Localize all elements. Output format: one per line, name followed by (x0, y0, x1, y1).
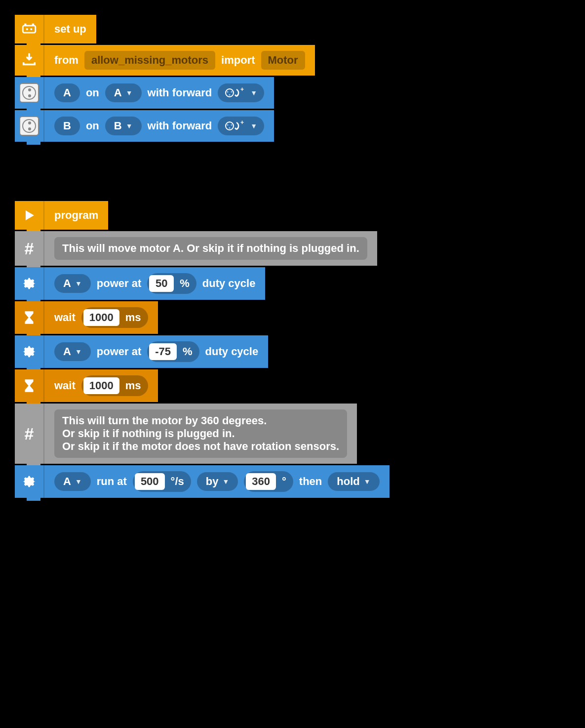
svg-point-11 (227, 124, 229, 126)
duty-label: duty cycle (202, 277, 256, 290)
svg-text:+: + (240, 86, 244, 93)
chevron-down-icon: ▼ (75, 478, 82, 485)
ms-input[interactable]: 1000ms (81, 375, 148, 396)
chevron-down-icon: ▼ (222, 478, 229, 485)
power-label: power at (97, 277, 141, 290)
hub-icon (15, 15, 44, 43)
svg-rect-3 (24, 24, 26, 26)
wait-block-2[interactable]: wait 1000ms (15, 369, 158, 402)
wait-label: wait (54, 311, 76, 324)
svg-point-5 (226, 89, 234, 97)
hourglass-icon (15, 369, 44, 402)
hash-icon: # (15, 231, 44, 266)
svg-point-13 (229, 127, 231, 129)
hash-icon: # (15, 404, 44, 464)
var-a-pill[interactable]: A (54, 83, 80, 102)
ms-input[interactable]: 1000ms (81, 307, 148, 328)
program-stack: program # This will move motor A. Or ski… (15, 201, 570, 498)
program-label: program (54, 209, 98, 222)
module-field[interactable]: allow_missing_motors (84, 51, 215, 70)
motor-icon (15, 110, 44, 142)
import-block[interactable]: from allow_missing_motors import Motor (15, 45, 315, 76)
percent-input[interactable]: 50% (147, 273, 196, 294)
setup-stack: set up from allow_missing_motors import … (15, 15, 570, 142)
direction-dropdown[interactable]: + ▼ (218, 83, 264, 102)
play-icon (15, 201, 44, 230)
chevron-down-icon: ▼ (250, 89, 257, 97)
svg-point-7 (231, 91, 233, 93)
chevron-down-icon: ▼ (75, 280, 82, 287)
motor-icon (15, 77, 44, 109)
percent-input[interactable]: -75% (147, 341, 199, 362)
chevron-down-icon: ▼ (250, 122, 257, 130)
svg-point-12 (231, 124, 233, 126)
withfwd-label: with forward (148, 120, 212, 132)
angle-input[interactable]: 360° (244, 471, 293, 492)
svg-rect-4 (32, 24, 34, 26)
power-block-2[interactable]: A▼ power at -75% duty cycle (15, 335, 268, 368)
speed-input[interactable]: 500°/s (133, 471, 191, 492)
duty-label: duty cycle (205, 345, 259, 358)
import-label: import (221, 54, 255, 67)
motor-a-setup-block[interactable]: A on A▼ with forward + ▼ (15, 77, 274, 109)
wait-label: wait (54, 379, 76, 392)
action-dropdown[interactable]: hold▼ (328, 472, 379, 491)
program-header-block[interactable]: program (15, 201, 108, 230)
mode-dropdown[interactable]: by▼ (197, 472, 238, 491)
power-block-1[interactable]: A▼ power at 50% duty cycle (15, 267, 265, 300)
runat-label: run at (97, 475, 127, 488)
motor-dropdown[interactable]: A▼ (54, 342, 91, 361)
motor-dropdown[interactable]: A▼ (54, 472, 91, 491)
comment-block-2[interactable]: # This will turn the motor by 360 degree… (15, 404, 357, 464)
svg-rect-0 (23, 26, 36, 33)
port-a-dropdown[interactable]: A▼ (105, 83, 142, 102)
svg-point-6 (227, 91, 229, 93)
setup-label: set up (54, 23, 86, 36)
gear-icon (15, 335, 44, 368)
svg-point-10 (226, 122, 234, 130)
chevron-down-icon: ▼ (75, 348, 82, 356)
power-label: power at (97, 345, 141, 358)
gear-icon (15, 465, 44, 498)
svg-point-8 (229, 94, 231, 96)
motor-dropdown[interactable]: A▼ (54, 274, 91, 293)
rotation-cw-icon: + (225, 120, 245, 132)
chevron-down-icon: ▼ (364, 478, 371, 485)
chevron-down-icon: ▼ (126, 122, 133, 130)
on-label: on (86, 120, 99, 132)
run-block[interactable]: A▼ run at 500°/s by▼ 360° then hold▼ (15, 465, 390, 498)
on-label: on (86, 86, 99, 99)
wait-block-1[interactable]: wait 1000ms (15, 301, 158, 334)
setup-header-block[interactable]: set up (15, 15, 96, 43)
then-label: then (299, 475, 322, 488)
comment-text[interactable]: This will turn the motor by 360 degrees.… (54, 409, 347, 458)
svg-point-1 (26, 28, 28, 30)
var-b-pill[interactable]: B (54, 117, 80, 135)
svg-text:+: + (240, 120, 244, 126)
from-label: from (54, 54, 78, 67)
gear-icon (15, 267, 44, 300)
withfwd-label: with forward (148, 86, 212, 99)
direction-dropdown[interactable]: + ▼ (218, 117, 264, 135)
hourglass-icon (15, 301, 44, 334)
rotation-cw-icon: + (225, 86, 245, 99)
motor-b-setup-block[interactable]: B on B▼ with forward + ▼ (15, 110, 274, 142)
import-icon (15, 45, 44, 76)
comment-text[interactable]: This will move motor A. Or skip it if no… (54, 237, 367, 260)
class-field[interactable]: Motor (261, 51, 305, 70)
chevron-down-icon: ▼ (126, 89, 133, 97)
comment-block-1[interactable]: # This will move motor A. Or skip it if … (15, 231, 377, 266)
svg-point-2 (30, 28, 32, 30)
port-b-dropdown[interactable]: B▼ (105, 117, 142, 135)
